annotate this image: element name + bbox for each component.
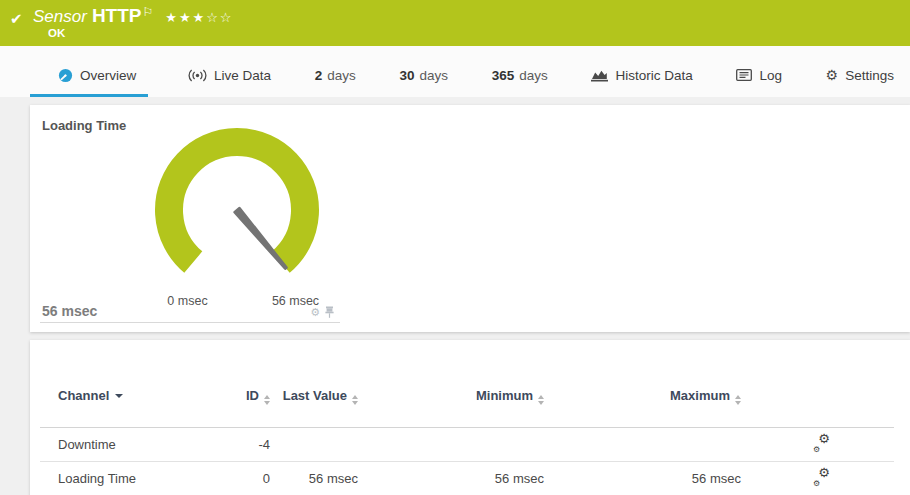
channel-maximum: 56 msec [544, 471, 741, 486]
tab-label: Historic Data [615, 68, 692, 83]
tab-label: Live Data [214, 68, 271, 83]
sensor-header: ✔ SensorHTTP⚐★★★☆☆ OK [0, 0, 910, 46]
channels-card: Channel ID Last Value Minimum Maximum Do… [30, 340, 910, 495]
loading-time-gauge [125, 120, 355, 288]
tab-number: 2 [315, 68, 323, 83]
sensor-title-prefix: Sensor [33, 7, 87, 26]
overview-card: Loading Time 0 msec 56 msec 56 msec ⚙ [30, 105, 910, 332]
sensor-status-badge: OK [48, 27, 65, 39]
channel-minimum: 56 msec [358, 471, 544, 486]
channel-settings-icon[interactable]: ⚙ ⚙ [813, 469, 830, 486]
panel-settings-icon[interactable]: ⚙ [310, 307, 320, 318]
tab-label: Settings [845, 68, 894, 83]
col-header-maximum[interactable]: Maximum [544, 387, 741, 406]
channel-id: 0 [200, 471, 270, 486]
channel-settings-icon[interactable]: ⚙ ⚙ [813, 435, 830, 452]
gauge-current-value: 56 msec [42, 303, 97, 319]
table-header-row: Channel ID Last Value Minimum Maximum [40, 366, 894, 428]
tab-overview[interactable]: Overview [30, 46, 148, 97]
tab-number: 30 [399, 68, 414, 83]
settings-gear-icon: ⚙ [826, 68, 839, 82]
gauge-icon [58, 68, 73, 83]
tab-label: days [419, 68, 448, 83]
col-header-id[interactable]: ID [200, 387, 270, 406]
historic-chart-icon [591, 69, 608, 82]
table-row: Downtime -4 ⚙ ⚙ [40, 428, 894, 462]
tab-2-days[interactable]: 2 days [311, 46, 360, 97]
tab-settings[interactable]: ⚙ Settings [822, 46, 898, 97]
tab-label: Overview [80, 68, 136, 83]
tab-30-days[interactable]: 30 days [395, 46, 452, 97]
tab-365-days[interactable]: 365 days [488, 46, 552, 97]
flag-icon[interactable]: ⚐ [142, 5, 153, 19]
tab-live-data[interactable]: Live Data [184, 46, 275, 97]
tab-label: Log [759, 68, 782, 83]
tab-number: 365 [492, 68, 515, 83]
gauge-min-label: 0 msec [150, 294, 225, 308]
loading-time-gauge-panel: Loading Time 0 msec 56 msec 56 msec ⚙ [40, 105, 340, 323]
channels-table: Channel ID Last Value Minimum Maximum Do… [40, 366, 894, 495]
sensor-title: HTTP [92, 5, 142, 26]
status-check-icon: ✔ [10, 10, 23, 28]
channel-last-value: 56 msec [270, 471, 358, 486]
col-header-minimum[interactable]: Minimum [358, 387, 544, 406]
col-header-channel[interactable]: Channel [40, 387, 200, 406]
sort-icon [735, 395, 741, 405]
gauge-needle [235, 208, 287, 269]
live-data-icon [188, 69, 207, 82]
tab-bar: Overview Live Data 2 days 30 days 365 da… [0, 46, 910, 97]
gauge-panel-title: Loading Time [42, 118, 126, 133]
tab-log[interactable]: Log [732, 46, 786, 97]
tab-label: days [519, 68, 548, 83]
log-icon [736, 69, 752, 81]
tab-historic-data[interactable]: Historic Data [587, 46, 696, 97]
sort-desc-icon [115, 394, 123, 398]
channel-name[interactable]: Downtime [40, 437, 200, 452]
channel-id: -4 [200, 437, 270, 452]
channel-name[interactable]: Loading Time [40, 471, 200, 486]
tab-label: days [327, 68, 356, 83]
col-header-last-value[interactable]: Last Value [270, 387, 358, 406]
table-row: Loading Time 0 56 msec 56 msec 56 msec ⚙… [40, 462, 894, 495]
priority-stars[interactable]: ★★★☆☆ [165, 10, 233, 25]
pin-icon[interactable] [325, 306, 334, 318]
